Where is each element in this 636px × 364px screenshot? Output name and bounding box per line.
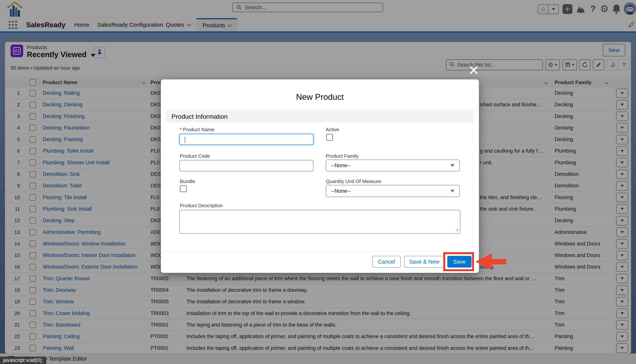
- active-checkbox[interactable]: [326, 134, 333, 141]
- bundle-checkbox[interactable]: [180, 185, 187, 192]
- product-code-label: Product Code: [180, 153, 210, 159]
- active-label: Active: [326, 127, 339, 132]
- annotation-highlight-save: [443, 252, 474, 271]
- text-cursor: [185, 136, 185, 143]
- cancel-button[interactable]: Cancel: [372, 256, 401, 268]
- chevron-down-icon: [450, 164, 454, 167]
- resize-grip-icon[interactable]: [455, 228, 459, 232]
- browser-status-tooltip: javascript:void(0);: [0, 357, 46, 364]
- save-and-new-button[interactable]: Save & New: [404, 256, 444, 268]
- new-product-modal: New Product Product Information *Product…: [161, 80, 479, 273]
- modal-title: New Product: [161, 92, 479, 102]
- screen: Search... ☆ + ? ⚙: [0, 0, 636, 364]
- quantity-unit-select[interactable]: --None--: [326, 185, 460, 197]
- divider: [161, 251, 479, 252]
- section-header-product-information: Product Information: [166, 110, 474, 122]
- bundle-label: Bundle: [180, 178, 195, 184]
- quantity-unit-label: Quantity Unit Of Measure: [326, 178, 381, 184]
- product-code-input[interactable]: [179, 160, 313, 171]
- modal-close-button[interactable]: [469, 66, 479, 75]
- chevron-down-icon: [450, 190, 454, 192]
- product-family-select[interactable]: --None--: [326, 160, 460, 171]
- product-family-label: Product Family: [326, 153, 359, 159]
- product-name-input[interactable]: [179, 134, 313, 145]
- close-icon: [469, 66, 479, 75]
- required-asterisk: *: [180, 127, 182, 132]
- product-name-label: *Product Name: [180, 127, 214, 132]
- annotation-arrow: [475, 252, 507, 273]
- product-description-label: Product Description: [180, 203, 223, 208]
- product-description-textarea[interactable]: [179, 210, 460, 234]
